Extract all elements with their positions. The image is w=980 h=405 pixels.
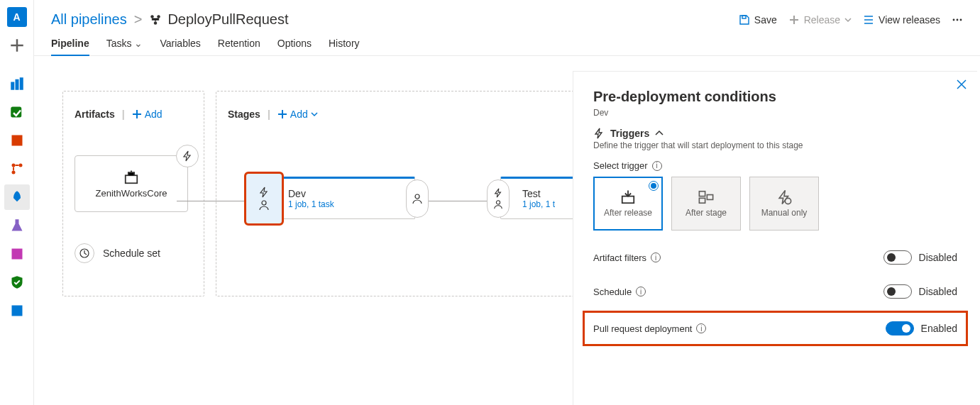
artifact-card[interactable]: ZenithWorksCore (75, 155, 188, 212)
svg-rect-23 (699, 192, 705, 196)
svg-point-6 (18, 164, 22, 167)
stage-card-dev[interactable]: Dev 1 job, 1 task (266, 177, 415, 219)
pr-deploy-highlight: Pull request deployment i Enabled (585, 313, 966, 344)
tab-retention[interactable]: Retention (218, 30, 260, 55)
person-icon (412, 193, 423, 204)
svg-point-11 (158, 15, 161, 18)
rail-shield[interactable] (4, 270, 30, 295)
rail-pipelines[interactable] (4, 184, 30, 210)
rail-testplans[interactable] (4, 213, 30, 238)
artifacts-panel: Artifacts | Add ZenithWorksCore Schedule (62, 91, 204, 296)
rail-wiki[interactable] (4, 241, 30, 267)
book-icon (10, 247, 24, 261)
stages-add-label: Add (290, 109, 308, 120)
rail-add[interactable] (4, 33, 30, 58)
branch-icon (10, 162, 24, 176)
pr-deploy-label: Pull request deployment (593, 323, 692, 334)
svg-point-14 (953, 18, 955, 21)
view-releases-button[interactable]: View releases (863, 14, 940, 26)
artifacts-add-button[interactable]: Add (132, 109, 163, 120)
schedule-toggle[interactable]: Disabled (883, 284, 957, 299)
svg-point-7 (11, 171, 15, 174)
stages-header: Stages | Add (228, 109, 587, 120)
save-label: Save (754, 14, 777, 26)
pre-deploy-conditions-button[interactable] (487, 179, 510, 218)
plus-icon (132, 109, 142, 119)
rail-branch[interactable] (4, 156, 30, 182)
pre-deploy-conditions-button[interactable] (246, 173, 282, 224)
info-icon[interactable]: i (636, 287, 646, 296)
release-label: Release (804, 14, 840, 26)
chevron-down-icon (844, 16, 852, 23)
schedule-icon-wrap (75, 243, 94, 263)
rail-avatar[interactable]: A (4, 4, 30, 30)
triggers-section-header[interactable]: Triggers (593, 128, 957, 139)
trigger-after-stage-label: After stage (686, 208, 727, 218)
svg-point-15 (957, 18, 959, 21)
chevron-down-icon (311, 111, 318, 118)
close-button[interactable] (953, 76, 970, 93)
rail-dashboard[interactable] (4, 298, 30, 323)
artifacts-header: Artifacts | Add (75, 109, 192, 120)
pre-deploy-side-panel: Pre-deployment conditions Dev Triggers D… (573, 71, 977, 405)
trigger-manual-label: Manual only (761, 208, 808, 218)
trigger-after-release[interactable]: After release (593, 177, 663, 231)
person-icon (493, 199, 503, 209)
pr-deploy-toggle[interactable]: Enabled (886, 321, 957, 335)
schedule-label: Schedule (593, 287, 632, 297)
trigger-options: After release After stage Manual only (593, 177, 957, 231)
artifact-filters-toggle[interactable]: Disabled (883, 250, 957, 265)
artifact-filters-row: Artifact filters i Disabled (593, 250, 957, 265)
tab-history[interactable]: History (329, 30, 360, 55)
plus-icon (277, 109, 287, 119)
svg-point-19 (262, 201, 266, 205)
tab-options[interactable]: Options (277, 30, 312, 55)
release-button[interactable]: Release (788, 14, 852, 26)
schedule-label: Schedule set (103, 248, 160, 259)
rail-boards[interactable] (4, 71, 30, 96)
list-icon (863, 14, 874, 26)
svg-point-21 (496, 201, 500, 204)
svg-rect-9 (11, 306, 22, 316)
plus-icon (10, 38, 24, 52)
post-deploy-conditions-button[interactable] (406, 179, 429, 218)
info-icon[interactable]: i (696, 323, 706, 333)
breadcrumb: All pipelines > DeployPullRequest (51, 11, 289, 28)
artifacts-title: Artifacts (75, 109, 115, 120)
breadcrumb-back[interactable]: All pipelines (51, 11, 127, 28)
tab-pipeline[interactable]: Pipeline (51, 30, 89, 55)
lightning-icon (593, 128, 605, 139)
side-panel-title: Pre-deployment conditions (593, 89, 957, 105)
rail-repos[interactable] (4, 99, 30, 125)
trigger-manual-only[interactable]: Manual only (749, 177, 819, 231)
rocket-icon (10, 190, 24, 204)
info-icon[interactable]: i (651, 253, 661, 262)
triggers-label: Triggers (610, 128, 649, 139)
trigger-after-stage[interactable]: After stage (671, 177, 741, 231)
info-icon[interactable]: i (652, 161, 662, 171)
svg-point-10 (151, 15, 155, 18)
rail-artifacts[interactable] (4, 128, 30, 153)
svg-rect-17 (126, 175, 138, 183)
radio-icon (649, 181, 659, 191)
save-button[interactable]: Save (739, 14, 777, 26)
tab-tasks[interactable]: Tasks ⌄ (106, 30, 143, 55)
stages-add-button[interactable]: Add (277, 109, 318, 120)
pipeline-icon (149, 13, 162, 26)
after-stage-icon (698, 189, 714, 205)
view-releases-label: View releases (879, 14, 940, 26)
schedule-row[interactable]: Schedule set (75, 243, 192, 263)
chevron-right-icon: > (134, 11, 143, 28)
breadcrumb-current: DeployPullRequest (149, 11, 288, 28)
lightning-icon (493, 188, 503, 198)
stage-meta[interactable]: 1 job, 1 t (522, 199, 555, 209)
svg-rect-8 (11, 249, 22, 260)
stage-meta[interactable]: 1 job, 1 task (288, 199, 334, 209)
stages-panel: Stages | Add Dev 1 job, 1 tas (216, 91, 599, 296)
artifact-trigger-badge[interactable] (176, 145, 199, 167)
save-icon (739, 14, 750, 26)
dashboard-icon (10, 304, 24, 318)
tab-variables[interactable]: Variables (160, 30, 200, 55)
more-button[interactable] (952, 14, 963, 26)
side-panel-subtitle: Dev (593, 108, 957, 118)
